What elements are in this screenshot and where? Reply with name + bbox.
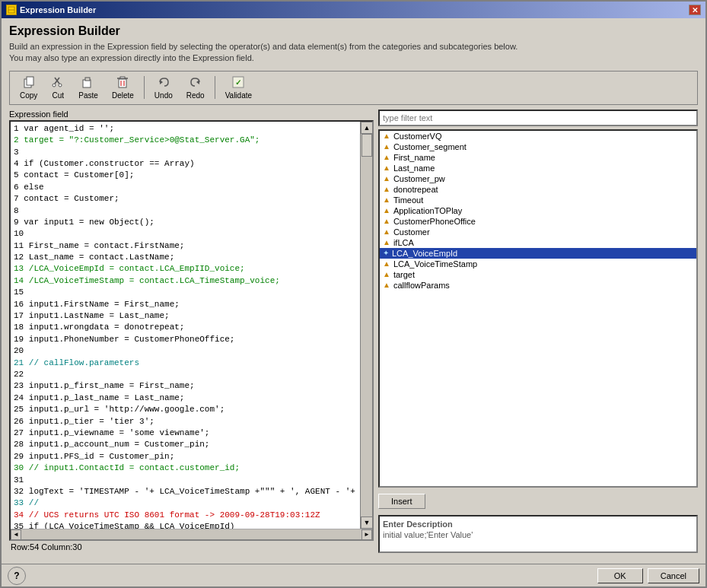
cancel-button[interactable]: Cancel: [648, 568, 699, 583]
content-area: Expression Builder Build an expression i…: [2, 18, 705, 559]
code-line: 20: [12, 345, 358, 357]
list-item-label: LCA_VoiceEmpId: [392, 249, 457, 258]
copy-icon: [23, 76, 35, 91]
desc-line1: Build an expression in the Expression fi…: [9, 42, 518, 51]
description-value: initial value;'Enter Value': [383, 530, 693, 539]
list-item[interactable]: ▲First_name: [380, 152, 696, 163]
list-item[interactable]: ▲ApplicationTOPlay: [380, 205, 696, 216]
insert-button[interactable]: Insert: [378, 494, 425, 509]
svg-point-7: [59, 84, 62, 87]
list-item-label: CustomerVQ: [393, 132, 442, 141]
code-line: 9 var input1 = new Object();: [12, 217, 358, 228]
delete-button[interactable]: Delete: [105, 74, 141, 102]
tree-list[interactable]: ▲CustomerVQ▲Customer_segment▲First_name▲…: [378, 129, 698, 488]
code-line: 12 Last_name = contact.LastName;: [12, 252, 358, 263]
toolbar: Copy Cut: [9, 71, 698, 105]
code-line: 3: [12, 147, 358, 158]
code-line: 17 input1.LastName = Last_name;: [12, 310, 358, 322]
h-scroll-area: ◄ ►: [11, 529, 372, 539]
triangle-icon: ▲: [383, 174, 390, 183]
app-description: Build an expression in the Expression fi…: [9, 41, 698, 65]
expression-builder-window: Expression Builder ✕ Expression Builder …: [0, 0, 707, 588]
triangle-icon: ▲: [383, 259, 390, 268]
code-line: 16 input1.FirstName = First_name;: [12, 299, 358, 310]
code-line: 29 input1.PFS_id = Customer_pin;: [12, 451, 358, 462]
undo-label: Undo: [154, 91, 173, 100]
code-line: 30 // input1.ContactId = contact.custome…: [12, 462, 358, 474]
code-line: 8: [12, 205, 358, 217]
code-line: 28 input1.p_account_num = Customer_pin;: [12, 439, 358, 450]
list-item[interactable]: ▲Timeout: [380, 195, 696, 205]
list-item[interactable]: ▲CustomerPhoneOffice: [380, 216, 696, 227]
code-line: 15: [12, 287, 358, 298]
code-line: 34 // UCS returns UTC ISO 8601 format ->…: [12, 510, 358, 521]
list-item[interactable]: ▲callflowParams: [380, 280, 696, 291]
code-line: 21 // callFlow.parameters: [12, 358, 358, 369]
code-line: 32 logText = 'TIMESTAMP - '+ LCA_VoiceTi…: [12, 486, 358, 497]
code-line: 25 input1.p_url = 'http://www.google.com…: [12, 404, 358, 415]
copy-button[interactable]: Copy: [13, 74, 44, 102]
list-item[interactable]: ▲Customer_segment: [380, 141, 696, 152]
code-line: 24 input1.p_last_name = Last_name;: [12, 393, 358, 404]
code-scrollbar-v[interactable]: ▲ ▼: [360, 122, 372, 529]
list-item[interactable]: ▲Customer_pw: [380, 173, 696, 184]
triangle-icon: ▲: [383, 206, 390, 215]
list-item[interactable]: ▲Last_name: [380, 163, 696, 173]
redo-label: Redo: [186, 91, 205, 100]
help-button[interactable]: ?: [8, 567, 26, 585]
list-item[interactable]: ✦LCA_VoiceEmpId: [380, 248, 696, 259]
title-bar-left: Expression Builder: [6, 5, 96, 15]
ok-button[interactable]: OK: [597, 568, 643, 583]
svg-point-6: [53, 84, 56, 87]
expression-field-label: Expression field: [9, 110, 374, 119]
scroll-track: [361, 134, 372, 516]
undo-button[interactable]: Undo: [148, 74, 180, 102]
main-panels: Expression field 1 var agent_id = '';2 t…: [9, 110, 698, 553]
toolbar-separator-1: [144, 76, 145, 99]
code-line: 1 var agent_id = '';: [12, 123, 358, 135]
delete-label: Delete: [112, 91, 134, 100]
validate-button[interactable]: ✓ Validate: [218, 74, 259, 102]
list-item[interactable]: ▲CustomerVQ: [380, 131, 696, 141]
scroll-up-btn[interactable]: ▲: [361, 122, 372, 134]
list-item[interactable]: ▲ifLCA: [380, 237, 696, 248]
triangle-icon: ▲: [383, 195, 390, 204]
list-item-label: Customer_pw: [393, 174, 445, 183]
triangle-icon: ▲: [383, 153, 390, 161]
code-line: 10: [12, 228, 358, 240]
code-line: 19 input1.PhoneNumber = CustomerPhoneOff…: [12, 334, 358, 345]
code-line: 6 else: [12, 182, 358, 193]
status-bar: Row:54 Column:30: [9, 541, 374, 553]
redo-icon: [189, 76, 202, 91]
close-button[interactable]: ✕: [689, 5, 701, 15]
scroll-down-btn[interactable]: ▼: [361, 516, 372, 529]
list-item[interactable]: ▲target: [380, 269, 696, 280]
paste-icon: [82, 76, 94, 91]
svg-rect-3: [27, 77, 33, 85]
svg-rect-10: [119, 79, 126, 87]
cut-button[interactable]: Cut: [44, 74, 72, 102]
star-icon: ✦: [383, 249, 389, 257]
list-item[interactable]: ▲LCA_VoiceTimeStamp: [380, 259, 696, 269]
list-item[interactable]: ▲Customer: [380, 227, 696, 237]
list-item-label: target: [393, 270, 415, 279]
code-line: 4 if (Customer.constructor == Array): [12, 158, 358, 170]
redo-button[interactable]: Redo: [180, 74, 212, 102]
code-line: 31: [12, 475, 358, 486]
validate-label: Validate: [225, 91, 252, 100]
h-scroll-right-btn[interactable]: ►: [361, 529, 372, 540]
code-line: 33 //: [12, 497, 358, 509]
code-line: 18 input1.wrongdata = donotrepeat;: [12, 322, 358, 333]
scroll-thumb[interactable]: [361, 134, 372, 157]
filter-input[interactable]: [378, 110, 698, 126]
list-item[interactable]: ▲donotrepeat: [380, 184, 696, 195]
svg-marker-15: [160, 80, 163, 84]
code-area[interactable]: 1 var agent_id = '';2 target = "?:Custom…: [11, 122, 360, 529]
code-line: 35 if (LCA_VoiceTimeStamp && LCA_VoiceEm…: [12, 521, 358, 529]
svg-marker-16: [196, 80, 199, 84]
paste-button[interactable]: Paste: [72, 74, 105, 102]
list-item-label: First_name: [393, 153, 435, 162]
triangle-icon: ▲: [383, 142, 390, 151]
list-item-label: ApplicationTOPlay: [393, 206, 462, 215]
h-scroll-left-btn[interactable]: ◄: [11, 529, 21, 540]
